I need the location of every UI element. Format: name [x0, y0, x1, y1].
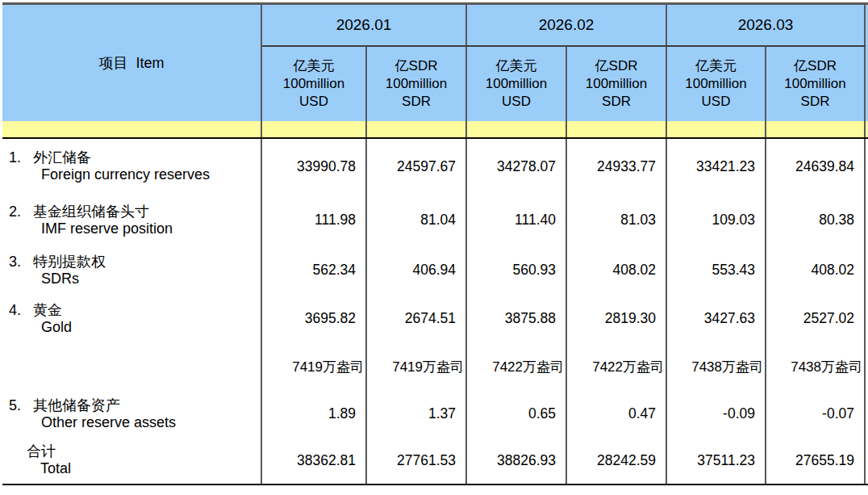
value-cell: 81.04	[366, 195, 466, 246]
value-cell: 7422万盎司	[466, 343, 566, 391]
table-row: 4.黄金 Gold 3695.82 2674.51 3875.88 2819.3…	[2, 295, 868, 343]
value-cell: 562.34	[261, 246, 366, 295]
item-label-en: SDRs	[2, 271, 261, 287]
unit-header-usd: 亿美元 100million USD	[466, 46, 566, 121]
unit-header-usd: 亿美元 100million USD	[261, 46, 366, 121]
table-row: 7419万盎司 7419万盎司 7422万盎司 7422万盎司 7438万盎司 …	[2, 343, 868, 391]
item-label-cn: 合计	[2, 443, 261, 460]
separator-cell	[666, 121, 766, 138]
item-cell: 合计 Total	[2, 438, 261, 485]
table-row: 3.特别提款权 SDRs 562.34 406.94 560.93 408.02…	[2, 246, 868, 295]
item-label-en: Total	[2, 460, 261, 477]
item-cell: 5.其他储备资产 Other reserve assets	[2, 391, 261, 438]
month-header-row: 项目 Item 2026.01 2026.02 2026.03	[2, 4, 868, 46]
value-cell: 28242.59	[566, 438, 666, 485]
value-cell: 109.03	[666, 195, 766, 246]
separator-cell	[466, 121, 566, 138]
cropped-column-sliver	[865, 343, 868, 391]
value-cell: 111.98	[261, 195, 366, 246]
item-column-header: 项目 Item	[2, 4, 261, 121]
value-cell: -0.07	[766, 391, 865, 438]
value-cell: 7419万盎司	[261, 343, 366, 391]
item-label-cn: 黄金	[33, 302, 62, 318]
item-label-en: Other reserve assets	[2, 414, 261, 431]
month-header: 2026.03	[666, 4, 865, 46]
cropped-column-sliver	[865, 4, 868, 121]
unit-header-sdr: 亿SDR 100million SDR	[566, 46, 666, 121]
table-row: 2.基金组织储备头寸 IMF reserve position 111.98 8…	[2, 195, 868, 246]
item-cell: 3.特别提款权 SDRs	[2, 246, 261, 295]
value-cell: 7419万盎司	[366, 343, 466, 391]
separator-cell	[261, 121, 366, 138]
value-cell: 37511.23	[666, 438, 766, 485]
item-number: 2.	[9, 203, 21, 220]
item-number: 3.	[9, 254, 21, 271]
value-cell: 2819.30	[566, 295, 666, 343]
separator-band-row	[2, 121, 868, 138]
item-label-cn: 特别提款权	[33, 254, 106, 270]
value-cell: 2674.51	[366, 295, 466, 343]
value-cell: 111.40	[466, 195, 566, 246]
item-number: 1.	[9, 149, 21, 166]
value-cell: 38826.93	[466, 438, 566, 485]
item-label-en: IMF reserve position	[2, 220, 261, 237]
cropped-column-sliver	[865, 195, 868, 246]
value-cell: 38362.81	[261, 438, 366, 485]
separator-cell	[2, 121, 261, 138]
item-cell: 4.黄金 Gold	[2, 295, 261, 343]
item-label-cn: 其他储备资产	[33, 397, 120, 413]
value-cell: 33421.23	[666, 138, 766, 195]
value-cell: 0.47	[566, 391, 666, 438]
item-number: 4.	[9, 302, 21, 319]
item-cell: 1.外汇储备 Foreign currency reserves	[2, 138, 261, 195]
value-cell: 81.03	[566, 195, 666, 246]
month-header: 2026.02	[466, 4, 666, 46]
month-header: 2026.01	[261, 4, 466, 46]
item-label-en: Gold	[2, 319, 261, 336]
value-cell: 24639.84	[766, 138, 865, 195]
value-cell: 27655.19	[766, 438, 865, 485]
separator-cell	[566, 121, 666, 138]
value-cell: 1.89	[261, 391, 366, 438]
item-label-cn: 基金组织储备头寸	[33, 203, 149, 220]
value-cell: 2527.02	[766, 295, 865, 343]
value-cell: 408.02	[766, 246, 865, 295]
value-cell: 553.43	[666, 246, 766, 295]
value-cell: -0.09	[666, 391, 766, 438]
item-header-label: 项目 Item	[98, 55, 164, 71]
reserves-table: 项目 Item 2026.01 2026.02 2026.03 亿美元 100m…	[2, 2, 868, 485]
separator-cell	[366, 121, 466, 138]
total-row: 合计 Total 38362.81 27761.53 38826.93 2824…	[2, 438, 868, 485]
unit-header-sdr: 亿SDR 100million SDR	[366, 46, 466, 121]
value-cell: 34278.07	[466, 138, 566, 195]
item-label-cn: 外汇储备	[33, 149, 91, 166]
item-number: 5.	[9, 397, 21, 414]
value-cell: 24933.77	[566, 138, 666, 195]
item-label-en: Foreign currency reserves	[2, 166, 261, 183]
table-row: 5.其他储备资产 Other reserve assets 1.89 1.37 …	[2, 391, 868, 438]
value-cell: 33990.78	[261, 138, 366, 195]
cropped-column-sliver	[865, 138, 868, 195]
value-cell: 7438万盎司	[766, 343, 865, 391]
value-cell: 7422万盎司	[566, 343, 666, 391]
item-cell: 2.基金组织储备头寸 IMF reserve position	[2, 195, 261, 246]
unit-header-sdr: 亿SDR 100million SDR	[766, 46, 865, 121]
value-cell: 406.94	[366, 246, 466, 295]
value-cell: 3875.88	[466, 295, 566, 343]
value-cell: 408.02	[566, 246, 666, 295]
value-cell: 0.65	[466, 391, 566, 438]
separator-cell	[865, 121, 868, 138]
cropped-column-sliver	[865, 295, 868, 343]
value-cell: 1.37	[366, 391, 466, 438]
table-row: 1.外汇储备 Foreign currency reserves 33990.7…	[2, 138, 868, 195]
value-cell: 3427.63	[666, 295, 766, 343]
page: 项目 Item 2026.01 2026.02 2026.03 亿美元 100m…	[0, 0, 868, 485]
unit-header-usd: 亿美元 100million USD	[666, 46, 766, 121]
value-cell: 3695.82	[261, 295, 366, 343]
cropped-column-sliver	[865, 246, 868, 295]
cropped-column-sliver	[865, 391, 868, 438]
item-cell	[2, 343, 261, 391]
value-cell: 7438万盎司	[666, 343, 766, 391]
cropped-column-sliver	[865, 438, 868, 485]
value-cell: 560.93	[466, 246, 566, 295]
